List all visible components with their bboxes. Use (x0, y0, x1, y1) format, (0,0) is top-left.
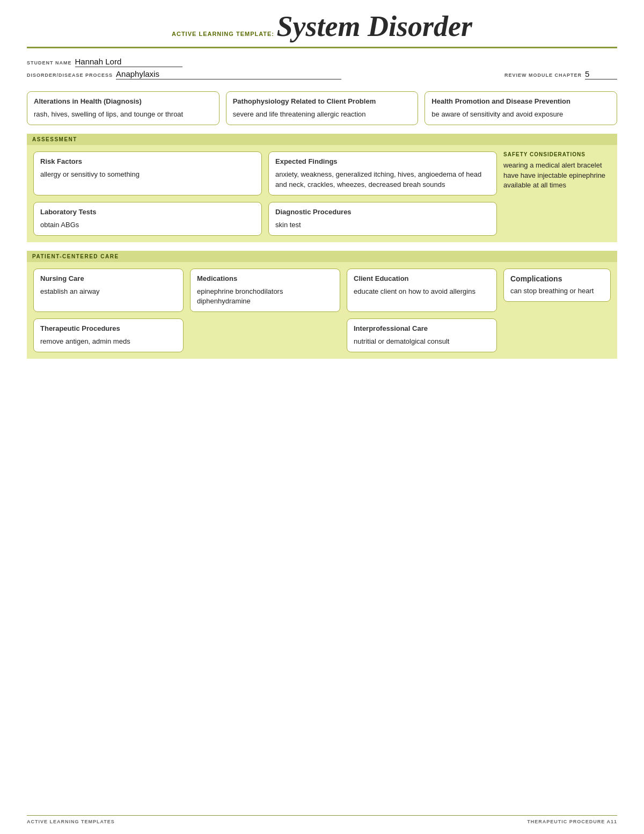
nursing-care-box: Nursing Care establish an airway (33, 269, 184, 312)
top-boxes: Alterations in Health (Diagnosis) rash, … (27, 91, 617, 125)
laboratory-tests-title: Laboratory Tests (40, 208, 255, 217)
complications-title: Complications (510, 274, 604, 283)
medications-content: epinephrine bronchodilators diphenhydram… (197, 287, 333, 306)
diagnostic-procedures-title: Diagnostic Procedures (275, 208, 490, 217)
patient-care-label: Patient-Centered Care (32, 253, 119, 259)
client-education-content: educate client on how to avoid allergins (354, 287, 490, 296)
alterations-content: rash, hives, swelling of lips, and toung… (34, 110, 213, 119)
interprofessional-care-box: Interprofessional Care nutritial or dema… (347, 318, 497, 352)
review-label: Review Module Chapter (504, 72, 582, 78)
expected-findings-box: Expected Findings anxiety, weakness, gen… (268, 151, 497, 195)
expected-findings-content: anxiety, weakness, generalized itching, … (275, 170, 490, 189)
risk-factors-box: Risk Factors allergy or sensitivy to som… (33, 151, 262, 195)
student-info: Student Name Hannah Lord Disorder/Diseas… (27, 57, 617, 82)
footer-right: Therapeutic Procedure A11 (527, 819, 617, 824)
complications-content: can stop breathing or heart (510, 286, 604, 296)
health-promotion-content: be aware of sensitivity and avoid exposu… (431, 110, 610, 119)
safety-title: Safety Considerations (503, 151, 611, 157)
risk-factors-content: allergy or sensitivy to something (40, 170, 255, 179)
complications-panel: Complications can stop breathing or hear… (503, 269, 611, 302)
laboratory-tests-box: Laboratory Tests obtain ABGs (33, 202, 262, 236)
patient-care-wrapper: Nursing Care establish an airway Medicat… (27, 262, 617, 359)
client-education-title: Client Education (354, 274, 490, 284)
template-label: Active Learning Template: (172, 31, 274, 37)
health-promotion-title: Health Promotion and Disease Prevention (431, 97, 610, 106)
student-name: Hannah Lord (75, 57, 182, 67)
pathophysiology-title: Pathophysiology Related to Client Proble… (233, 97, 412, 106)
patient-care-band: Patient-Centered Care (27, 251, 617, 262)
safety-content: wearing a medical alert bracelet have ha… (503, 161, 611, 190)
safety-panel: Safety Considerations wearing a medical … (503, 151, 611, 235)
footer: Active Learning Templates Therapeutic Pr… (27, 815, 617, 824)
medications-box: Medications epinephrine bronchodilators … (190, 269, 340, 312)
health-promotion-box: Health Promotion and Disease Prevention … (425, 91, 617, 125)
assessment-wrapper: Risk Factors allergy or sensitivy to som… (27, 145, 617, 242)
name-label: Student Name (27, 60, 72, 66)
disorder-value: Anaphylaxis (116, 69, 341, 79)
review-value: 5 (585, 69, 617, 79)
disorder-label: Disorder/Disease Process (27, 72, 113, 78)
assessment-band: Assessment (27, 134, 617, 145)
alterations-title: Alterations in Health (Diagnosis) (34, 97, 213, 106)
laboratory-tests-content: obtain ABGs (40, 220, 255, 230)
expected-findings-title: Expected Findings (275, 157, 490, 166)
interprofessional-care-content: nutritial or dematolgical consult (354, 337, 490, 346)
pathophysiology-box: Pathophysiology Related to Client Proble… (226, 91, 419, 125)
risk-factors-title: Risk Factors (40, 157, 255, 166)
nursing-care-title: Nursing Care (40, 274, 177, 284)
page-title: System Disorder (276, 10, 472, 42)
therapeutic-procedures-title: Therapeutic Procedures (40, 324, 177, 333)
pathophysiology-content: severe and life threatening allergic rea… (233, 110, 412, 119)
therapeutic-procedures-content: remove antigen, admin meds (40, 337, 177, 346)
page: Active Learning Template: System Disorde… (0, 0, 644, 834)
assessment-main: Risk Factors allergy or sensitivy to som… (33, 151, 497, 235)
interprofessional-care-title: Interprofessional Care (354, 324, 490, 333)
client-education-box: Client Education educate client on how t… (347, 269, 497, 312)
diagnostic-procedures-box: Diagnostic Procedures skin test (268, 202, 497, 236)
nursing-care-content: establish an airway (40, 287, 177, 296)
header: Active Learning Template: System Disorde… (27, 11, 617, 48)
footer-left: Active Learning Templates (27, 819, 115, 824)
therapeutic-procedures-box: Therapeutic Procedures remove antigen, a… (33, 318, 184, 352)
assessment-label: Assessment (32, 136, 77, 142)
medications-title: Medications (197, 274, 333, 284)
patient-care-main: Nursing Care establish an airway Medicat… (33, 269, 497, 352)
alterations-box: Alterations in Health (Diagnosis) rash, … (27, 91, 219, 125)
diagnostic-procedures-content: skin test (275, 220, 490, 230)
